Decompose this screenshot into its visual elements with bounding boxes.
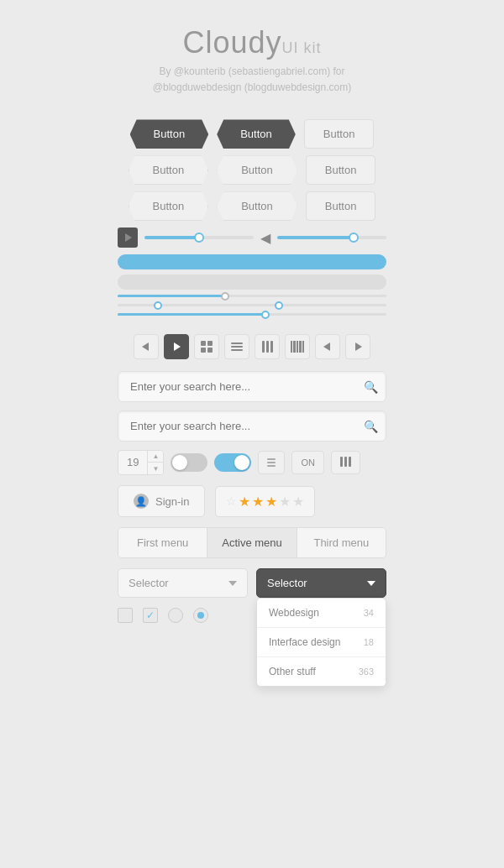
seg-lines-btn[interactable] (258, 451, 285, 474)
slider-fill-1 (144, 236, 199, 239)
search-input-1[interactable] (118, 371, 386, 402)
search-input-2[interactable] (118, 410, 386, 442)
header-subtitle: By @kounterib (sebastiengabriel.com) for… (153, 64, 351, 96)
progress-bar-gray[interactable] (118, 275, 386, 290)
button-outline-2[interactable]: Button (306, 155, 376, 185)
media-play-btn[interactable] (164, 334, 189, 359)
button-light-1[interactable]: Button (129, 155, 209, 185)
selector-right-label: Selector (267, 577, 307, 589)
button-dark-2[interactable]: Button (217, 119, 296, 149)
button-light-3[interactable]: Button (129, 191, 209, 221)
tab-active-menu[interactable]: Active menu (207, 528, 297, 557)
chevron-down-left-icon (228, 581, 237, 586)
slider-track-2[interactable] (277, 236, 386, 239)
selectors-row: Selector Selector Webdesign 34 Interface… (118, 568, 386, 598)
play-button-small[interactable] (118, 227, 138, 248)
dropdown-label-2: Interface design (269, 636, 340, 648)
checkbox-checked[interactable]: ✓ (143, 608, 158, 623)
on-btn[interactable]: ON (291, 451, 324, 474)
thin-slider-1 (118, 295, 386, 297)
title-text: Cloudy (182, 25, 281, 60)
button-light-4[interactable]: Button (217, 191, 297, 221)
seg-bars-btn[interactable] (331, 451, 360, 474)
signin-label: Sign-in (155, 495, 189, 508)
media-skip-fwd-btn[interactable] (345, 334, 370, 359)
thin-fill-3 (118, 313, 265, 316)
media-skip-back-btn[interactable] (315, 334, 340, 359)
button-row-1: Button Button Button (130, 119, 375, 149)
seg-lines-icon (267, 458, 276, 467)
grid-icon (201, 341, 213, 353)
kit-text: UI kit (282, 39, 322, 56)
thin-track-1[interactable] (118, 295, 386, 297)
button-row-2: Button Button Button (129, 155, 376, 185)
tab-third-menu[interactable]: Third menu (297, 528, 386, 557)
stepper-down-btn[interactable]: ▼ (148, 463, 163, 474)
button-row-3: Button Button Button (129, 191, 376, 221)
media-cols-btn[interactable] (255, 334, 280, 359)
checkbox-unchecked[interactable] (118, 608, 133, 623)
star-empty-1-icon[interactable]: ★ (279, 494, 291, 510)
radio-checked[interactable] (193, 608, 208, 623)
seg-bars-icon (340, 457, 351, 468)
slider-row-top: ◀ (118, 227, 386, 248)
media-grid-btn[interactable] (194, 334, 219, 359)
toggle-on[interactable] (214, 453, 251, 472)
radio-unchecked[interactable] (168, 608, 183, 623)
button-outline-1[interactable]: Button (304, 119, 375, 149)
stepper-up-btn[interactable]: ▲ (148, 451, 163, 463)
selector-left[interactable]: Selector (118, 568, 248, 598)
prev-icon (142, 342, 149, 351)
selector-left-label: Selector (129, 577, 169, 589)
thin-thumb-3[interactable] (275, 301, 283, 310)
button-outline-3[interactable]: Button (306, 191, 376, 221)
app-title: CloudyUI kit (153, 25, 351, 60)
radio-dot (197, 612, 204, 619)
media-controls (134, 334, 370, 359)
slider-thumb-2[interactable] (349, 233, 359, 243)
thin-track-2[interactable] (118, 304, 386, 306)
star-filled-1-icon[interactable]: ★ (239, 494, 250, 510)
star-empty-2-icon[interactable]: ★ (292, 494, 304, 510)
thin-thumb-2[interactable] (154, 301, 162, 310)
search-icon-2: 🔍 (364, 420, 378, 433)
thin-thumb-4[interactable] (261, 311, 270, 319)
thin-slider-2 (118, 304, 386, 306)
tab-first-menu[interactable]: First menu (118, 528, 207, 557)
progress-bar-blue[interactable] (118, 254, 386, 269)
slider-track-1[interactable] (144, 236, 254, 239)
search-box-2: 🔍 (118, 410, 386, 442)
dropdown-item-2[interactable]: Interface design 18 (257, 628, 386, 657)
list-icon (231, 342, 243, 351)
user-icon: 👤 (134, 494, 149, 509)
selector-right[interactable]: Selector (256, 568, 386, 598)
header: CloudyUI kit By @kounterib (sebastiengab… (153, 25, 351, 96)
media-barcode-btn[interactable] (285, 334, 310, 359)
media-list-btn[interactable] (224, 334, 249, 359)
number-stepper: 19 ▲ ▼ (118, 450, 164, 475)
media-prev-btn[interactable] (134, 334, 159, 359)
thin-slider-3 (118, 313, 386, 316)
star-filled-3-icon[interactable]: ★ (265, 494, 277, 510)
dropdown-item-3[interactable]: Other stuff 363 (257, 657, 386, 686)
star-outline-icon[interactable]: ☆ (226, 494, 237, 508)
star-filled-2-icon[interactable]: ★ (252, 494, 264, 510)
signin-stars-row: 👤 Sign-in ☆ ★ ★ ★ ★ ★ (118, 485, 386, 517)
play-icon-media (174, 342, 181, 351)
button-dark-1[interactable]: Button (130, 119, 209, 149)
on-label: ON (301, 458, 315, 468)
search-box-1: 🔍 (118, 371, 386, 402)
button-light-2[interactable]: Button (217, 155, 297, 185)
thin-track-3[interactable] (118, 313, 386, 316)
slider-thumb-1[interactable] (194, 233, 204, 243)
cols-icon (262, 341, 273, 353)
dropdown-count-2: 18 (364, 637, 374, 647)
tab-menu: First menu Active menu Third menu (118, 527, 386, 558)
volume-icon: ◀ (260, 230, 270, 246)
dropdown-count-1: 34 (364, 608, 374, 618)
dropdown-item-1[interactable]: Webdesign 34 (257, 599, 386, 628)
thin-thumb-1[interactable] (221, 292, 229, 301)
toggle-off[interactable] (171, 453, 207, 472)
signin-button[interactable]: 👤 Sign-in (118, 485, 205, 517)
barcode-icon (291, 341, 304, 353)
